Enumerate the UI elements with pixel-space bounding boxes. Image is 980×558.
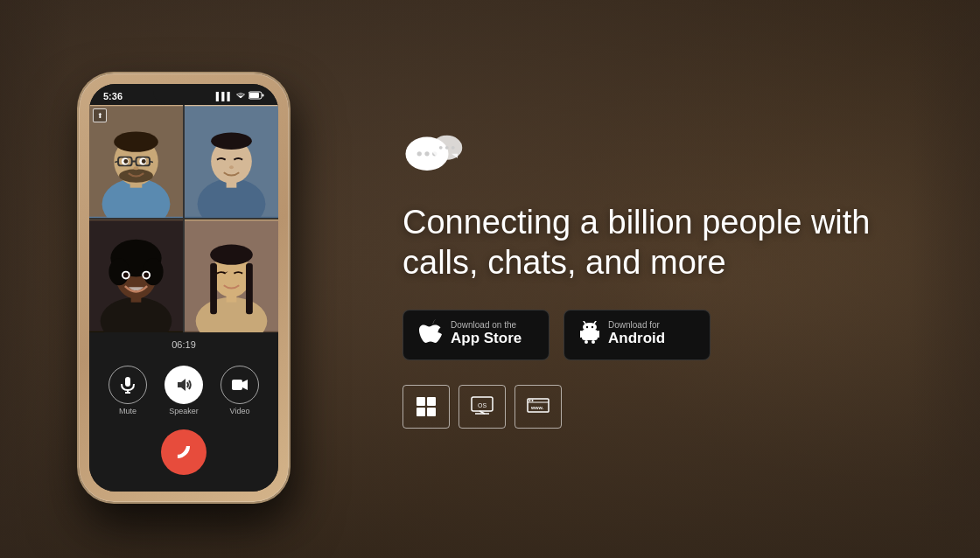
video-cell-3 bbox=[89, 220, 183, 332]
svg-point-82 bbox=[532, 400, 534, 401]
speaker-label: Speaker bbox=[169, 407, 199, 415]
video-control[interactable]: Video bbox=[220, 366, 259, 415]
svg-point-81 bbox=[529, 400, 531, 401]
macos-platform-button[interactable]: OS bbox=[458, 385, 506, 429]
svg-point-62 bbox=[583, 323, 597, 331]
video-label: Video bbox=[230, 407, 250, 415]
end-call-button[interactable] bbox=[161, 429, 206, 475]
svg-rect-72 bbox=[427, 397, 436, 406]
headline-line2: calls, chats, and more bbox=[402, 244, 726, 281]
video-button[interactable] bbox=[220, 366, 259, 404]
web-platform-button[interactable]: www. bbox=[514, 385, 562, 429]
speaker-button[interactable] bbox=[164, 366, 203, 404]
main-container: 5:36 ▌▌▌ bbox=[0, 0, 980, 558]
apple-icon bbox=[419, 319, 442, 351]
call-controls: Mute Speaker bbox=[89, 359, 278, 422]
status-icons: ▌▌▌ bbox=[216, 91, 264, 101]
svg-rect-45 bbox=[125, 377, 130, 387]
signal-icon: ▌▌▌ bbox=[216, 92, 233, 101]
home-indicator bbox=[89, 489, 278, 492]
svg-point-35 bbox=[144, 273, 149, 278]
app-store-button[interactable]: Download on the App Store bbox=[402, 310, 550, 360]
svg-point-59 bbox=[452, 146, 455, 150]
android-big-text: Android bbox=[608, 330, 665, 347]
download-buttons: Download on the App Store bbox=[402, 310, 928, 360]
svg-rect-2 bbox=[262, 94, 264, 97]
battery-icon bbox=[248, 91, 264, 101]
svg-point-52 bbox=[417, 152, 422, 157]
svg-line-64 bbox=[594, 321, 596, 324]
call-timer: 06:19 bbox=[89, 339, 278, 350]
status-time: 5:36 bbox=[103, 91, 122, 101]
video-cell-1: ⬆ bbox=[89, 105, 183, 218]
wechat-logo bbox=[402, 129, 464, 182]
call-info: 06:19 bbox=[89, 332, 278, 359]
svg-point-17 bbox=[142, 159, 146, 164]
windows-platform-button[interactable] bbox=[402, 385, 450, 429]
phone-notch bbox=[153, 84, 214, 103]
svg-point-65 bbox=[586, 325, 588, 327]
svg-rect-73 bbox=[416, 408, 425, 416]
svg-rect-49 bbox=[232, 380, 242, 390]
svg-point-23 bbox=[211, 132, 252, 149]
mute-button[interactable] bbox=[108, 366, 147, 404]
svg-marker-50 bbox=[242, 380, 248, 390]
video-cell-2 bbox=[185, 105, 278, 218]
svg-marker-48 bbox=[178, 379, 186, 391]
svg-line-63 bbox=[584, 321, 585, 324]
svg-point-7 bbox=[114, 131, 158, 151]
svg-rect-41 bbox=[246, 263, 253, 314]
phone-screen: 5:36 ▌▌▌ bbox=[89, 84, 278, 492]
svg-point-42 bbox=[210, 245, 253, 265]
app-store-big-text: App Store bbox=[451, 330, 522, 347]
android-button[interactable]: Download for Android bbox=[564, 310, 710, 360]
svg-rect-1 bbox=[249, 93, 259, 98]
svg-rect-70 bbox=[597, 331, 599, 338]
svg-point-16 bbox=[123, 159, 128, 164]
svg-rect-68 bbox=[592, 340, 595, 344]
svg-text:OS: OS bbox=[478, 402, 486, 408]
app-store-text: Download on the App Store bbox=[451, 321, 522, 347]
svg-point-57 bbox=[439, 146, 443, 150]
video-cell-4 bbox=[185, 220, 278, 332]
speaker-control[interactable]: Speaker bbox=[164, 366, 203, 415]
svg-line-13 bbox=[150, 162, 153, 163]
platform-icons: OS www. bbox=[402, 385, 928, 429]
end-call-area bbox=[89, 422, 278, 489]
headline: Connecting a billion people with calls, … bbox=[402, 203, 928, 282]
mute-control[interactable]: Mute bbox=[108, 366, 147, 415]
svg-rect-67 bbox=[584, 340, 588, 344]
svg-point-66 bbox=[592, 325, 593, 327]
svg-rect-69 bbox=[580, 331, 583, 338]
svg-rect-40 bbox=[210, 263, 217, 314]
android-icon bbox=[580, 321, 599, 349]
svg-point-53 bbox=[424, 152, 429, 157]
headline-line1: Connecting a billion people with bbox=[402, 204, 870, 241]
svg-point-24 bbox=[229, 165, 234, 169]
svg-rect-74 bbox=[427, 408, 436, 416]
svg-point-34 bbox=[123, 273, 129, 278]
wifi-icon bbox=[235, 91, 246, 101]
phone-section: 5:36 ▌▌▌ bbox=[52, 73, 315, 502]
video-grid: ⬆ bbox=[89, 105, 278, 332]
phone-frame: 5:36 ▌▌▌ bbox=[79, 73, 289, 502]
mute-label: Mute bbox=[119, 407, 136, 415]
svg-line-12 bbox=[115, 162, 118, 163]
expand-icon: ⬆ bbox=[93, 108, 107, 122]
svg-point-58 bbox=[445, 146, 449, 150]
content-section: Connecting a billion people with calls, … bbox=[385, 129, 928, 428]
android-small-text: Download for bbox=[608, 321, 665, 330]
android-text: Download for Android bbox=[608, 321, 665, 347]
svg-rect-71 bbox=[416, 397, 425, 406]
app-store-small-text: Download on the bbox=[451, 321, 522, 330]
svg-point-18 bbox=[134, 166, 139, 170]
svg-text:www.: www. bbox=[530, 405, 544, 410]
